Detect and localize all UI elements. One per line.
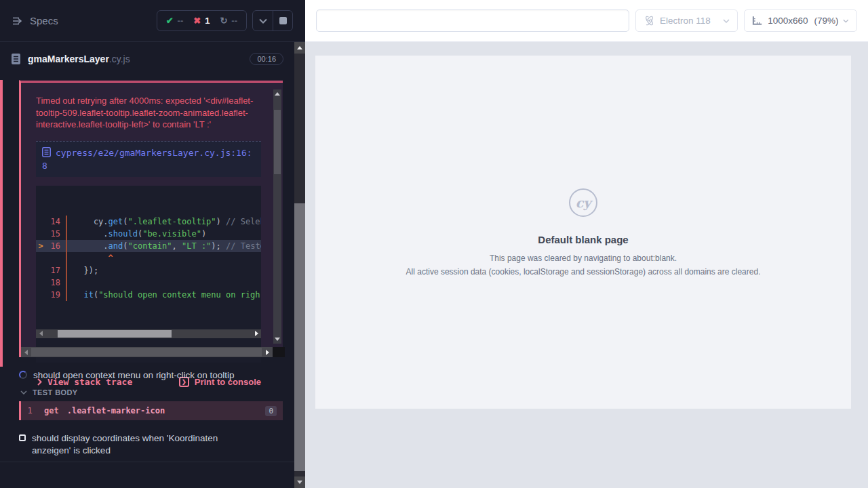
passed-check-icon: ✔ bbox=[166, 16, 174, 26]
failed-count: 1 bbox=[205, 16, 210, 26]
triangle-left-icon bbox=[39, 331, 43, 336]
command-log-row[interactable]: 1 get .leaflet-marker-icon 0 bbox=[19, 401, 283, 420]
spec-row[interactable]: gmaMarkersLayer.cy.js 00:16 bbox=[0, 42, 294, 76]
triangle-down-icon bbox=[275, 338, 280, 341]
pending-count: -- bbox=[231, 16, 237, 26]
code-file-icon bbox=[42, 147, 51, 157]
failed-attempt-strip bbox=[0, 80, 3, 367]
ruler-icon bbox=[752, 16, 763, 26]
scroll-up-button[interactable] bbox=[273, 89, 281, 98]
chevron-down-icon bbox=[20, 390, 27, 394]
cypress-logo: cy bbox=[569, 188, 597, 217]
error-content: Timed out retrying after 4000ms: expecte… bbox=[21, 81, 283, 387]
reporter-scrollbar[interactable] bbox=[294, 42, 305, 488]
code-line: 17 }); bbox=[36, 264, 261, 277]
electron-icon bbox=[644, 15, 655, 26]
spec-file-icon bbox=[11, 53, 21, 65]
code-line: ^ bbox=[36, 252, 261, 264]
spec-name-ext: .cy.js bbox=[109, 54, 130, 64]
viewport-size-button[interactable]: 1000x660 (79%) bbox=[744, 9, 857, 32]
test-title: should open context menu on right-click … bbox=[33, 369, 234, 382]
specs-button[interactable]: Specs bbox=[12, 15, 58, 26]
scrollbar-corner bbox=[273, 347, 285, 357]
running-spinner-icon bbox=[19, 371, 27, 379]
code-frame-link[interactable]: cypress/e2e/gmaMarkersLayer.cy.js:16:8 bbox=[36, 141, 261, 177]
browser-label: Electron 118 bbox=[660, 16, 711, 26]
scrollbar-thumb[interactable] bbox=[58, 330, 172, 338]
triangle-left-icon bbox=[24, 350, 28, 355]
triangle-up-icon bbox=[297, 46, 302, 49]
scroll-down-button[interactable] bbox=[273, 335, 281, 344]
specs-label: Specs bbox=[30, 15, 58, 26]
scroll-right-button[interactable] bbox=[262, 347, 273, 357]
failed-x-icon: ✖ bbox=[193, 16, 201, 26]
code-horizontal-scrollbar[interactable] bbox=[36, 329, 261, 338]
app-header: Electron 118 1000x660 (79%) bbox=[305, 0, 868, 42]
reporter-header: Specs ✔ -- ✖ 1 ↻ -- bbox=[0, 0, 305, 42]
chevron-down-icon bbox=[259, 18, 267, 24]
code-frame-path: cypress/e2e/gmaMarkersLayer.cy.js:16:8 bbox=[42, 148, 252, 171]
triangle-right-icon bbox=[255, 331, 258, 336]
command-number: 1 bbox=[21, 406, 39, 415]
specs-list-icon bbox=[12, 16, 24, 26]
triangle-down-icon bbox=[297, 481, 302, 484]
test-body-section-toggle[interactable]: TEST BODY bbox=[20, 388, 78, 396]
scroll-down-button[interactable] bbox=[294, 476, 305, 488]
reporter-panel: Specs ✔ -- ✖ 1 ↻ -- bbox=[0, 0, 305, 488]
app-under-test-panel: Electron 118 1000x660 (79%) cy Default b… bbox=[305, 0, 868, 488]
scrollbar-thumb[interactable] bbox=[274, 110, 281, 174]
code-lines: 14 cy.get(".leaflet-tooltip") // Selek15… bbox=[36, 216, 261, 301]
app-stage: cy Default blank page This page was clea… bbox=[305, 42, 868, 488]
error-horizontal-scrollbar[interactable] bbox=[21, 347, 285, 357]
error-vertical-scrollbar[interactable] bbox=[273, 89, 281, 344]
chevron-down-icon bbox=[723, 19, 730, 23]
test-body-label: TEST BODY bbox=[33, 388, 78, 396]
scroll-left-button[interactable] bbox=[36, 329, 45, 338]
command-count-badge: 0 bbox=[265, 406, 277, 416]
spec-timer: 00:16 bbox=[250, 53, 283, 65]
scrollbar-thumb[interactable] bbox=[31, 348, 262, 357]
error-code-snippet: 14 cy.get(".leaflet-tooltip") // Selek15… bbox=[36, 186, 261, 363]
chevron-down-icon bbox=[843, 19, 849, 23]
scroll-right-button[interactable] bbox=[252, 329, 261, 338]
url-input[interactable] bbox=[316, 9, 629, 32]
blank-page-title: Default blank page bbox=[538, 234, 628, 245]
passed-count: -- bbox=[178, 16, 184, 26]
stat-passed: ✔ -- bbox=[166, 16, 184, 26]
collapse-all-button[interactable] bbox=[253, 11, 273, 30]
scroll-left-button[interactable] bbox=[21, 347, 31, 357]
test-error-block: Timed out retrying after 4000ms: expecte… bbox=[19, 80, 283, 357]
blank-page-line2: All active session data (cookies, localS… bbox=[406, 267, 761, 277]
triangle-right-icon bbox=[266, 350, 269, 355]
test-item-running[interactable]: should open context menu on right-click … bbox=[19, 369, 277, 382]
stop-run-button[interactable] bbox=[273, 11, 292, 30]
viewport-zoom: (79%) bbox=[814, 16, 838, 26]
application-iframe: cy Default blank page This page was clea… bbox=[315, 56, 851, 409]
stat-pending: ↻ -- bbox=[220, 16, 237, 26]
scrollbar-thumb[interactable] bbox=[294, 203, 305, 471]
code-line: 18 bbox=[36, 277, 261, 289]
code-line: 14 cy.get(".leaflet-tooltip") // Selek bbox=[36, 216, 261, 228]
test-title: should display coordinates when 'Koordin… bbox=[32, 432, 258, 457]
code-line: 15 .should("be.visible") bbox=[36, 228, 261, 240]
error-message: Timed out retrying after 4000ms: expecte… bbox=[36, 95, 254, 131]
pending-circle-icon: ↻ bbox=[220, 16, 227, 26]
triangle-up-icon bbox=[275, 92, 280, 96]
code-line: 19 it("should open context menu on righ bbox=[36, 289, 261, 301]
blank-page-line1: This page was cleared by navigating to a… bbox=[490, 253, 677, 263]
test-item-pending[interactable]: should display coordinates when 'Koordin… bbox=[19, 432, 258, 457]
command-message: .leaflet-marker-icon bbox=[67, 406, 165, 415]
viewport-size: 1000x660 bbox=[768, 16, 808, 26]
browser-select[interactable]: Electron 118 bbox=[635, 9, 738, 32]
spec-name: gmaMarkersLayer.cy.js bbox=[28, 54, 130, 64]
list-divider bbox=[0, 462, 294, 462]
code-line: >16 .and("contain", "LT :"); // Teste bbox=[36, 240, 261, 252]
scroll-up-button[interactable] bbox=[294, 42, 305, 54]
test-stats: ✔ -- ✖ 1 ↻ -- bbox=[157, 10, 247, 31]
stop-icon bbox=[279, 17, 287, 24]
run-controls bbox=[252, 10, 293, 31]
stat-failed: ✖ 1 bbox=[193, 16, 210, 26]
pending-box-icon bbox=[19, 434, 26, 441]
spec-name-base: gmaMarkersLayer bbox=[28, 54, 109, 64]
command-name: get bbox=[44, 406, 59, 415]
